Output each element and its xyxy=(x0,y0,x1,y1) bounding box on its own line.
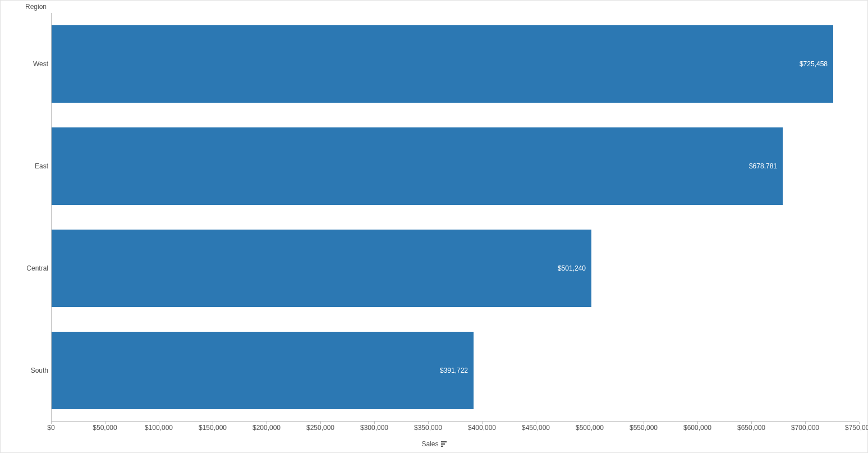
bar-south[interactable]: $391,722 xyxy=(52,332,474,409)
x-tick-2: $100,000 xyxy=(145,424,173,432)
x-tick-5: $250,000 xyxy=(306,424,334,432)
x-tick-9: $450,000 xyxy=(522,424,550,432)
bar-west[interactable]: $725,458 xyxy=(52,25,833,103)
y-tick-central: Central xyxy=(3,264,48,272)
bar-label-east: $678,781 xyxy=(749,162,777,170)
x-tick-14: $700,000 xyxy=(791,424,819,432)
x-tick-10: $500,000 xyxy=(576,424,604,432)
x-tick-15: $750,000 xyxy=(845,424,868,432)
x-tick-4: $200,000 xyxy=(252,424,281,432)
bar-label-central: $501,240 xyxy=(558,264,586,272)
bar-central[interactable]: $501,240 xyxy=(52,230,591,307)
x-tick-8: $400,000 xyxy=(468,424,496,432)
x-axis-title-text: Sales xyxy=(421,440,438,448)
x-tick-11: $550,000 xyxy=(630,424,658,432)
y-axis-title: Region xyxy=(25,3,47,11)
svg-rect-1 xyxy=(441,443,445,445)
chart-container: Region $725,458 $678,781 $501,240 $391,7… xyxy=(0,0,868,453)
x-tick-7: $350,000 xyxy=(414,424,442,432)
x-tick-3: $150,000 xyxy=(199,424,227,432)
plot-area: $725,458 $678,781 $501,240 $391,722 xyxy=(51,13,859,422)
bar-label-south: $391,722 xyxy=(440,367,468,374)
y-tick-south: South xyxy=(3,367,48,374)
x-tick-12: $600,000 xyxy=(683,424,711,432)
x-tick-0: $0 xyxy=(47,424,54,432)
bar-label-west: $725,458 xyxy=(800,60,828,68)
y-tick-east: East xyxy=(3,162,48,170)
bar-east[interactable]: $678,781 xyxy=(52,127,783,205)
x-tick-13: $650,000 xyxy=(737,424,765,432)
x-tick-6: $300,000 xyxy=(360,424,388,432)
y-tick-west: West xyxy=(3,60,48,68)
x-axis-title-wrap: Sales xyxy=(421,440,446,448)
sort-descending-icon[interactable] xyxy=(441,441,447,447)
svg-rect-2 xyxy=(441,446,443,447)
svg-rect-0 xyxy=(441,441,447,442)
x-tick-1: $50,000 xyxy=(93,424,117,432)
